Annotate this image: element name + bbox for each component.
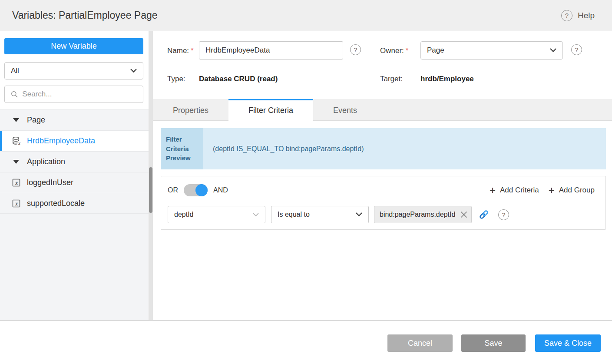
detail-tabbar: Properties Filter Criteria Events bbox=[153, 99, 612, 121]
variable-filter-value: All bbox=[11, 66, 19, 75]
collapse-triangle-icon[interactable] bbox=[11, 160, 21, 164]
variable-tree: Page x HrdbEmployeeData Application bbox=[0, 109, 149, 320]
operator-select[interactable]: Is equal to bbox=[271, 206, 369, 223]
criteria-editor: OR AND + Add Criteria + Add Group deptId bbox=[161, 176, 606, 230]
tab-events[interactable]: Events bbox=[313, 99, 377, 120]
plus-icon: + bbox=[490, 185, 496, 195]
tab-properties[interactable]: Properties bbox=[153, 99, 228, 120]
variable-icon: x bbox=[11, 179, 21, 187]
tab-filter-criteria[interactable]: Filter Criteria bbox=[228, 99, 313, 121]
collapse-triangle-icon[interactable] bbox=[11, 118, 21, 122]
field-select-value: deptId bbox=[174, 211, 193, 218]
variable-icon: x bbox=[11, 199, 21, 208]
new-variable-button[interactable]: New Variable bbox=[4, 38, 143, 54]
preview-label: Filter Criteria Preview bbox=[161, 128, 203, 169]
tree-item-label: supportedLocale bbox=[27, 199, 85, 208]
sidebar-scrollbar[interactable] bbox=[149, 31, 153, 320]
bound-value-chip[interactable]: bind:pageParams.deptId bbox=[374, 206, 472, 223]
sidebar-scrollbar-thumb[interactable] bbox=[149, 167, 152, 213]
or-label: OR bbox=[168, 186, 178, 194]
criteria-row: deptId Is equal to bind:pageParams.deptI… bbox=[168, 206, 509, 223]
required-asterisk: * bbox=[406, 46, 409, 55]
chevron-down-icon bbox=[130, 69, 137, 73]
preview-value: (deptId IS_EQUAL_TO bind:pageParams.dept… bbox=[203, 128, 606, 169]
svg-text:x: x bbox=[18, 141, 20, 146]
tree-item-label: HrdbEmployeeData bbox=[27, 136, 95, 146]
name-label: Name:* bbox=[167, 46, 194, 55]
criteria-help-icon[interactable]: ? bbox=[498, 209, 509, 220]
svg-text:x: x bbox=[15, 180, 18, 186]
cancel-button[interactable]: Cancel bbox=[387, 334, 453, 352]
chevron-down-icon bbox=[356, 212, 362, 217]
variable-search[interactable] bbox=[4, 86, 143, 103]
dialog-header: Variables: PartialEmployee Page ? Help bbox=[0, 0, 612, 31]
search-icon bbox=[11, 90, 18, 98]
help-circle-icon: ? bbox=[561, 10, 572, 21]
variable-detail-panel: Name:* ? Owner:* Page ? Type: Database C… bbox=[153, 31, 612, 320]
and-label: AND bbox=[213, 186, 228, 194]
operator-select-value: Is equal to bbox=[278, 211, 310, 218]
svg-text:x: x bbox=[15, 201, 18, 207]
add-group-button[interactable]: + Add Group bbox=[549, 185, 595, 195]
required-asterisk: * bbox=[191, 46, 194, 55]
search-input[interactable] bbox=[22, 90, 137, 99]
type-label: Type: bbox=[167, 75, 185, 83]
save-close-button[interactable]: Save & Close bbox=[535, 334, 601, 352]
variables-sidebar: New Variable All Page bbox=[0, 31, 149, 320]
bind-link-icon[interactable] bbox=[478, 209, 490, 220]
owner-select-value: Page bbox=[427, 46, 444, 55]
tree-group-page[interactable]: Page bbox=[0, 109, 149, 130]
tree-item-label: loggedInUser bbox=[27, 178, 73, 187]
name-help-icon[interactable]: ? bbox=[350, 44, 361, 55]
tree-group-label: Application bbox=[27, 157, 65, 166]
name-input[interactable] bbox=[199, 41, 343, 60]
chevron-down-icon bbox=[550, 48, 556, 53]
owner-help-icon[interactable]: ? bbox=[571, 44, 582, 55]
tree-item-loggedinuser[interactable]: x loggedInUser bbox=[0, 172, 149, 193]
plus-icon: + bbox=[549, 185, 555, 195]
page-title: Variables: PartialEmployee Page bbox=[12, 10, 158, 21]
chevron-down-icon bbox=[253, 213, 259, 217]
owner-select[interactable]: Page bbox=[420, 41, 563, 60]
help-button[interactable]: ? Help bbox=[561, 10, 595, 21]
remove-binding-icon[interactable] bbox=[460, 211, 468, 218]
target-value: hrdb/Employee bbox=[420, 75, 474, 83]
tree-item-hrdbemployeedata[interactable]: x HrdbEmployeeData bbox=[0, 130, 149, 151]
target-label: Target: bbox=[380, 75, 403, 83]
variable-filter-select[interactable]: All bbox=[4, 62, 143, 79]
owner-label: Owner:* bbox=[380, 46, 408, 55]
filter-criteria-preview: Filter Criteria Preview (deptId IS_EQUAL… bbox=[161, 128, 606, 169]
tree-group-label: Page bbox=[27, 116, 45, 125]
dialog-footer: Cancel Save Save & Close bbox=[0, 320, 612, 364]
tree-item-supportedlocale[interactable]: x supportedLocale bbox=[0, 193, 149, 214]
database-icon: x bbox=[11, 136, 21, 146]
add-criteria-button[interactable]: + Add Criteria bbox=[490, 185, 539, 195]
field-select[interactable]: deptId bbox=[168, 206, 265, 223]
toggle-knob bbox=[195, 184, 208, 196]
tree-group-application[interactable]: Application bbox=[0, 151, 149, 172]
bound-value-text: bind:pageParams.deptId bbox=[380, 211, 455, 218]
type-value: Database CRUD (read) bbox=[199, 75, 278, 83]
help-label: Help bbox=[578, 11, 595, 20]
or-and-toggle[interactable] bbox=[184, 184, 208, 196]
save-button[interactable]: Save bbox=[461, 334, 526, 352]
add-buttons: + Add Criteria + Add Group bbox=[490, 185, 595, 195]
logic-toggle-row: OR AND bbox=[168, 184, 228, 196]
